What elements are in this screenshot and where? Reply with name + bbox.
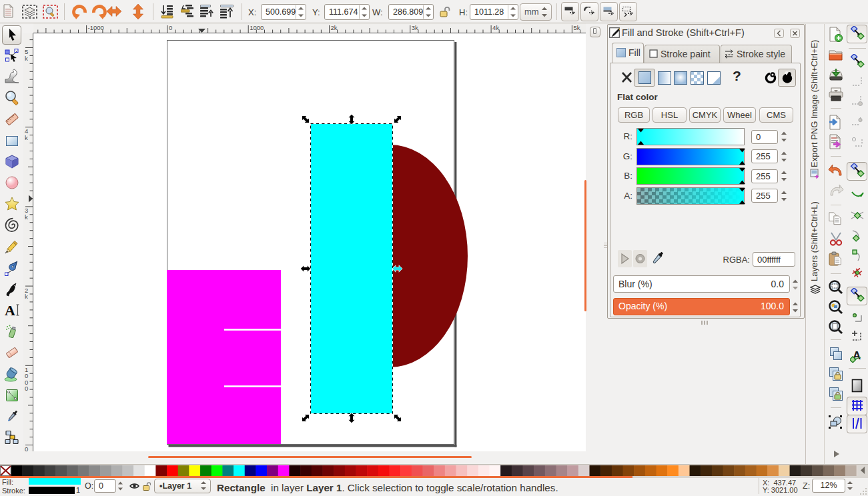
svg-text:-1000: -1000 xyxy=(88,24,104,31)
svg-text:2k: 2k xyxy=(331,24,338,31)
svg-text:k: k xyxy=(25,293,28,300)
svg-text:4k: 4k xyxy=(492,24,499,31)
svg-text:k: k xyxy=(25,134,28,141)
svg-text:5k: 5k xyxy=(573,24,580,31)
svg-text:0: 0 xyxy=(25,385,28,392)
svg-text:A: A xyxy=(5,302,15,318)
svg-text:k: k xyxy=(25,55,28,62)
svg-text:0: 0 xyxy=(169,24,172,31)
svg-text:3k: 3k xyxy=(412,24,418,31)
svg-text:k: k xyxy=(25,213,28,221)
svg-text:0: 0 xyxy=(25,445,28,451)
